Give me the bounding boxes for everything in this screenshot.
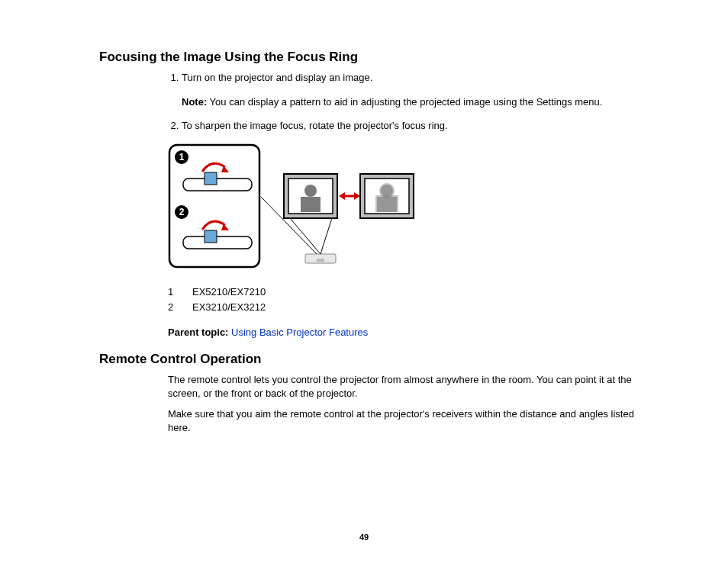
focus-ring-figure: 1 2	[168, 143, 644, 275]
section2-body: The remote control lets you control the …	[168, 373, 644, 434]
note-label: Note:	[182, 96, 207, 108]
svg-text:1: 1	[179, 152, 185, 162]
heading-remote: Remote Control Operation	[99, 352, 644, 367]
svg-rect-18	[301, 197, 321, 212]
legend-num-1: 1	[168, 285, 192, 301]
remote-para-2: Make sure that you aim the remote contro…	[168, 407, 644, 434]
svg-marker-27	[354, 192, 360, 200]
svg-marker-26	[339, 192, 345, 200]
svg-rect-8	[183, 236, 252, 249]
remote-para-1: The remote control lets you control the …	[168, 373, 644, 400]
svg-rect-24	[377, 197, 397, 212]
page-number: 49	[0, 532, 728, 542]
legend-text-2: EX3210/EX3212	[192, 300, 266, 316]
note-block: Note: You can display a pattern to aid i…	[182, 95, 644, 109]
svg-rect-10	[205, 230, 217, 243]
parent-topic-label: Parent topic:	[168, 327, 228, 338]
svg-text:2: 2	[179, 207, 185, 217]
step-1: Turn on the projector and display an ima…	[182, 71, 644, 108]
heading-focusing: Focusing the Image Using the Focus Ring	[99, 50, 644, 65]
step-1-text: Turn on the projector and display an ima…	[182, 72, 372, 83]
svg-line-29	[321, 218, 332, 254]
step-2-text: To sharpen the image focus, rotate the p…	[182, 120, 448, 131]
steps-list: Turn on the projector and display an ima…	[168, 71, 644, 133]
legend-num-2: 2	[168, 300, 192, 316]
svg-rect-12	[317, 259, 324, 262]
parent-topic-link[interactable]: Using Basic Projector Features	[231, 327, 368, 338]
step-2: To sharpen the image focus, rotate the p…	[182, 119, 644, 133]
svg-rect-3	[183, 179, 252, 191]
legend-text-1: EX5210/EX7210	[192, 285, 266, 301]
svg-line-28	[290, 218, 321, 254]
svg-rect-5	[205, 172, 217, 185]
legend-row-2: 2 EX3210/EX3212	[168, 300, 644, 316]
note-text: You can display a pattern to aid in adju…	[207, 96, 602, 108]
svg-point-17	[304, 185, 317, 197]
focus-ring-illustration-icon: 1 2	[168, 143, 420, 273]
svg-point-22	[381, 185, 393, 197]
legend-row-1: 1 EX5210/EX7210	[168, 285, 644, 301]
legend-list: 1 EX5210/EX7210 2 EX3210/EX3212	[168, 285, 644, 317]
parent-topic: Parent topic: Using Basic Projector Feat…	[168, 327, 644, 338]
section1-body: Turn on the projector and display an ima…	[168, 71, 644, 338]
